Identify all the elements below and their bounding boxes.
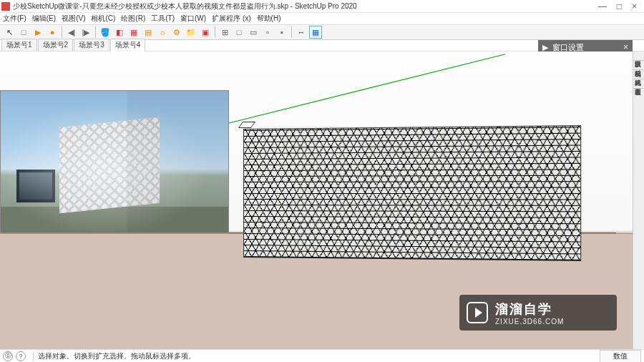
folder-icon[interactable]: 📁 <box>185 26 197 39</box>
toolbar-separator <box>215 26 215 38</box>
axes-icon[interactable]: ▦ <box>309 26 322 39</box>
photo-building-pattern <box>59 117 160 214</box>
photo-building <box>59 117 160 214</box>
window-title: 少校SketchUp微课堂-只要您未经少校授权或少校本人获取的视频文件都是盗用行… <box>13 1 598 11</box>
toolbar-separator <box>62 26 62 38</box>
img-icon[interactable]: ▣ <box>199 26 212 39</box>
menubar: 文件(F) 编辑(E) 视图(V) 相机(C) 绘图(R) 工具(T) 窗口(W… <box>0 13 644 24</box>
toolbar-separator <box>291 26 292 38</box>
rec-icon[interactable]: ● <box>46 26 59 39</box>
model-textured-wall[interactable] <box>243 125 581 261</box>
app-icon <box>1 2 10 11</box>
view4-icon[interactable]: ▫ <box>261 26 274 39</box>
measure-icon[interactable]: ↔ <box>295 26 308 39</box>
photo-billboard <box>16 170 55 202</box>
menu-draw[interactable]: 绘图(R) <box>121 14 145 24</box>
scene-tab-1[interactable]: 场景号1 <box>1 39 37 51</box>
gear-icon[interactable]: ⚙ <box>170 26 183 39</box>
menu-help[interactable]: 帮助(H) <box>257 14 281 24</box>
menu-camera[interactable]: 相机(C) <box>91 14 115 24</box>
scene-tab-3[interactable]: 场景号3 <box>74 39 109 51</box>
menu-edit[interactable]: 编辑(E) <box>32 14 56 24</box>
box1-icon[interactable]: ▦ <box>127 26 140 39</box>
photo-ground <box>1 207 228 233</box>
status-hint: 选择对象。切换到扩充选择。拖动鼠标选择多项。 <box>38 351 195 361</box>
viewport[interactable]: 溜溜自学 ZIXUE.3D66.COM <box>0 52 633 349</box>
paint-icon[interactable]: 🪣 <box>99 26 112 39</box>
cube-icon[interactable]: ◧ <box>113 26 126 39</box>
box2-icon[interactable]: ▤ <box>142 26 155 39</box>
play-icon <box>467 302 488 323</box>
statusbar: ⓪ ? 选择对象。切换到扩充选择。拖动鼠标选择多项。 数值 <box>0 349 644 362</box>
menu-window[interactable]: 窗口(W) <box>180 14 206 24</box>
maximize-button[interactable]: □ <box>617 1 622 11</box>
watermark-url: ZIXUE.3D66.COM <box>495 318 564 326</box>
right-tab-1[interactable]: 默认面板 <box>633 52 644 61</box>
toolbar-separator <box>95 26 96 38</box>
right-tab-3[interactable]: 风格样式 <box>633 70 644 79</box>
menu-file[interactable]: 文件(F) <box>3 14 26 24</box>
scene-tab-2[interactable]: 场景号2 <box>38 39 74 51</box>
view5-icon[interactable]: ▪ <box>275 26 288 39</box>
toolbar: ↖□▶●◀||▶🪣◧▦▤☼⚙📁▣⊞□▭▫▪↔▦ <box>0 24 644 40</box>
view1-icon[interactable]: ⊞ <box>218 26 231 39</box>
status-sep <box>33 351 34 361</box>
reference-photo[interactable] <box>0 90 229 233</box>
watermark-title: 溜溜自学 <box>495 300 564 318</box>
status-measurement-box[interactable]: 数值 <box>600 350 641 363</box>
model-top-face[interactable] <box>238 122 255 128</box>
watermark: 溜溜自学 ZIXUE.3D66.COM <box>459 295 617 331</box>
prev-icon[interactable]: ◀| <box>65 26 78 39</box>
view2-icon[interactable]: □ <box>233 26 245 39</box>
sun-icon[interactable]: ☼ <box>156 26 169 39</box>
window-controls: — □ × <box>598 1 643 11</box>
right-tab-4[interactable]: 查看面板 <box>633 79 644 89</box>
right-tab-2[interactable]: 材质编辑 <box>633 61 644 70</box>
panel-close-icon[interactable]: × <box>623 42 628 52</box>
scene-tab-4[interactable]: 场景号4 <box>110 39 146 52</box>
titlebar: 少校SketchUp微课堂-只要您未经少校授权或少校本人获取的视频文件都是盗用行… <box>0 0 644 13</box>
menu-view[interactable]: 视图(V) <box>62 14 85 24</box>
status-help-icon[interactable]: ? <box>16 351 26 361</box>
menu-tools[interactable]: 工具(T) <box>151 14 175 24</box>
minimize-button[interactable]: — <box>598 1 607 11</box>
right-tab-strip: 默认面板 材质编辑 风格样式 查看面板 <box>633 52 644 349</box>
green-axis <box>228 54 505 124</box>
status-geo-icon[interactable]: ⓪ <box>3 351 13 361</box>
view3-icon[interactable]: ▭ <box>247 26 260 39</box>
menu-ext[interactable]: 扩展程序 (x) <box>212 14 250 24</box>
close-button[interactable]: × <box>632 1 637 11</box>
next-icon[interactable]: |▶ <box>79 26 92 39</box>
play-icon[interactable]: ▶ <box>31 26 44 39</box>
e1[interactable]: □ <box>17 26 30 39</box>
select-tool[interactable]: ↖ <box>3 26 16 39</box>
panel-arrow-icon[interactable]: ▶ <box>542 43 548 52</box>
